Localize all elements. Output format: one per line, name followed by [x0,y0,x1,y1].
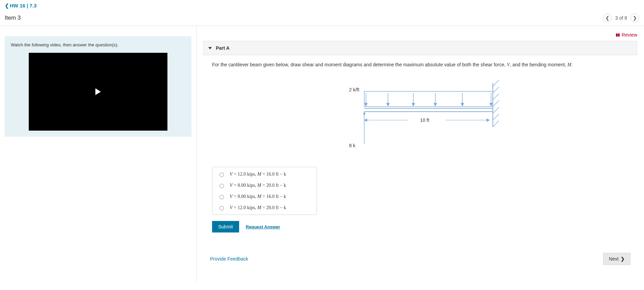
breadcrumb-back-link[interactable]: ❮HW 16 | 7.3 [5,3,37,8]
svg-line-17 [493,87,499,93]
review-icon [616,34,620,37]
play-icon [95,88,101,95]
chevron-left-icon: ❮ [5,3,9,8]
svg-line-18 [493,94,499,100]
part-a-body: For the cantilever beam given below, dra… [203,55,637,239]
svg-marker-28 [363,112,366,114]
svg-marker-8 [434,103,437,106]
choice-3-text: V = 8.00 kips, M = 16.0 ft − k [230,194,286,199]
svg-marker-26 [487,119,489,121]
instruction-panel: Watch the following video, then answer t… [5,36,191,137]
prev-item-button[interactable]: ❮ [603,14,612,22]
svg-marker-6 [412,103,415,106]
svg-marker-2 [365,103,367,106]
part-a-header[interactable]: Part A [203,41,637,55]
svg-marker-12 [490,103,492,106]
review-label: Review [622,32,637,38]
pager-text: 3 of 8 [615,15,627,21]
next-label: Next [609,256,619,262]
choice-1-text: V = 12.0 kips, M = 16.0 ft − k [230,171,286,177]
svg-line-21 [493,114,499,120]
svg-line-22 [493,121,499,127]
choice-3[interactable]: V = 8.00 kips, M = 16.0 ft − k [212,191,317,202]
item-title: Item 3 [5,15,21,21]
choice-2-text: V = 8.00 kips, M = 20.0 ft − k [230,182,286,188]
choice-4[interactable]: V = 12.0 kips, M = 20.0 ft − k [212,202,317,213]
video-player[interactable] [29,53,167,131]
submit-button[interactable]: Submit [212,221,239,232]
svg-marker-10 [461,103,464,106]
svg-line-20 [493,107,499,113]
diagram-load-label: 2 k/ft [349,87,359,92]
collapse-icon [208,47,212,49]
next-button[interactable]: Next ❯ [603,253,630,265]
request-answer-link[interactable]: Request Answer [246,224,280,229]
diagram-length-label: 10 ft [420,117,429,123]
chevron-right-icon: ❯ [621,256,625,262]
part-a-label: Part A [216,45,230,51]
diagram-pointload-label: 8 k [349,143,356,148]
choice-3-radio[interactable] [220,195,224,199]
choice-1-radio[interactable] [220,173,224,177]
item-pager: ❮ 3 of 8 ❯ [603,14,639,22]
choice-2-radio[interactable] [220,184,224,188]
breadcrumb-label: HW 16 | 7.3 [10,3,37,8]
choice-4-radio[interactable] [220,206,224,210]
svg-marker-4 [387,103,389,106]
instruction-text: Watch the following video, then answer t… [11,42,185,47]
answer-choices: V = 12.0 kips, M = 16.0 ft − k V = 8.00 … [212,167,317,215]
choice-4-text: V = 12.0 kips, M = 20.0 ft − k [230,205,286,210]
choice-2[interactable]: V = 8.00 kips, M = 20.0 ft − k [212,180,317,191]
svg-rect-0 [364,91,493,107]
choice-1[interactable]: V = 12.0 kips, M = 16.0 ft − k [212,169,317,180]
beam-diagram: 2 k/ft [347,78,628,157]
review-link[interactable]: Review [616,32,637,38]
svg-marker-24 [364,119,367,121]
svg-line-16 [493,80,499,86]
svg-line-19 [493,101,499,107]
provide-feedback-link[interactable]: Provide Feedback [210,256,248,262]
question-prompt: For the cantilever beam given below, dra… [212,62,628,68]
next-item-button[interactable]: ❯ [630,14,639,22]
